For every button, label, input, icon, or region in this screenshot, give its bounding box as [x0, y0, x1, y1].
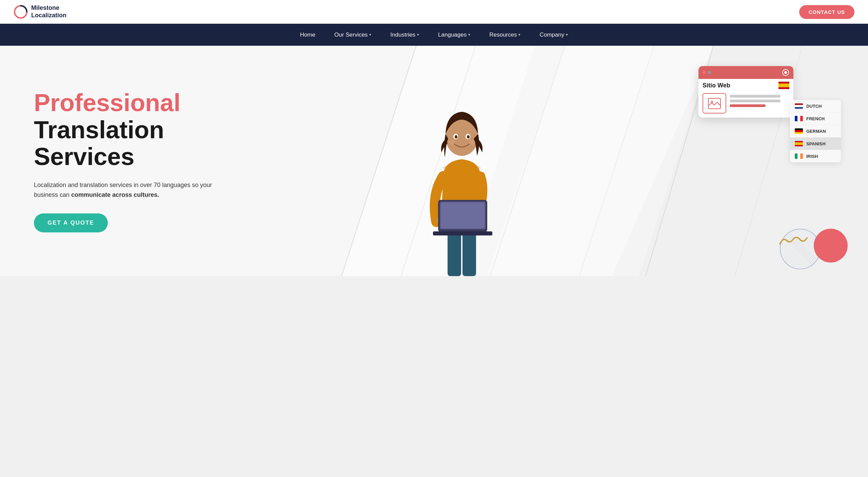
get-a-quote-button[interactable]: GET A QUOTE — [34, 213, 108, 232]
svg-rect-18 — [441, 203, 485, 228]
nav-item-resources[interactable]: Resources ▾ — [480, 24, 530, 46]
lang-item-german[interactable]: GERMAN — [790, 125, 841, 138]
image-placeholder — [703, 93, 726, 113]
top-bar: Milestone Localization CONTACT US — [0, 0, 868, 24]
nav-item-industries[interactable]: Industries ▾ — [381, 24, 429, 46]
text-line-1 — [730, 95, 781, 98]
hero-description: Localization and translation services in… — [34, 180, 237, 200]
hero-content: Professional Translation Services Locali… — [0, 69, 237, 252]
chevron-down-icon: ▾ — [518, 33, 520, 37]
lang-item-irish[interactable]: IRISH — [790, 150, 841, 162]
logo-text: Milestone Localization — [31, 4, 66, 19]
hero-section: Professional Translation Services Locali… — [0, 46, 868, 276]
nav-item-home[interactable]: Home — [291, 24, 325, 46]
web-card-text-lines — [730, 93, 789, 107]
dot-red — [703, 71, 706, 74]
lang-item-french[interactable]: FRENCH — [790, 112, 841, 125]
logo-subname: Localization — [31, 12, 66, 19]
deco-circle-orange — [814, 229, 848, 263]
chevron-down-icon: ▾ — [369, 33, 371, 37]
svg-rect-19 — [433, 231, 492, 235]
deco-squiggle — [778, 234, 809, 247]
logo-name: Milestone — [31, 4, 66, 12]
nav-item-our-services[interactable]: Our Services ▾ — [325, 24, 381, 46]
chevron-down-icon: ▾ — [417, 33, 419, 37]
text-line-3 — [730, 104, 766, 107]
svg-point-28 — [784, 71, 787, 74]
lang-item-dutch[interactable]: DUTCH — [790, 100, 841, 112]
settings-icon — [782, 69, 789, 76]
dutch-flag-icon — [795, 103, 803, 109]
nav-item-languages[interactable]: Languages ▾ — [429, 24, 480, 46]
web-card-body — [698, 89, 793, 118]
hero-title-services: Services — [34, 143, 237, 170]
nav-bar: Home Our Services ▾ Industries ▾ Languag… — [0, 24, 868, 46]
svg-point-25 — [448, 140, 455, 144]
dot-gray — [708, 71, 711, 74]
german-flag-icon — [795, 128, 803, 134]
svg-rect-30 — [778, 84, 789, 87]
french-flag-icon — [795, 116, 803, 121]
text-line-2 — [730, 100, 781, 102]
logo-area: Milestone Localization — [14, 4, 66, 19]
web-card-titlebar — [698, 66, 793, 79]
titlebar-dots — [703, 71, 711, 74]
spanish-flag-icon — [795, 141, 803, 146]
logo-icon — [14, 5, 28, 19]
nav-item-company[interactable]: Company ▾ — [530, 24, 577, 46]
person-figure — [418, 100, 506, 276]
spain-flag-icon — [778, 82, 789, 89]
web-card-header-row: Sitio Web — [698, 79, 793, 89]
hero-title-professional: Professional — [34, 89, 237, 116]
contact-us-button[interactable]: CONTACT US — [799, 5, 854, 19]
svg-point-24 — [467, 135, 470, 139]
chevron-down-icon: ▾ — [468, 33, 470, 37]
lang-item-spanish[interactable]: SPANISH — [790, 138, 841, 150]
language-dropdown: DUTCH FRENCH GERMAN SPANISH IRISH — [790, 100, 841, 162]
svg-point-23 — [455, 135, 457, 139]
chevron-down-icon: ▾ — [566, 33, 568, 37]
sitio-web-title: Sitio Web — [703, 82, 730, 89]
hero-title-translation: Translation — [34, 117, 237, 143]
irish-flag-icon — [795, 153, 803, 159]
svg-point-26 — [469, 140, 475, 144]
web-browser-card: Sitio Web — [698, 66, 793, 118]
